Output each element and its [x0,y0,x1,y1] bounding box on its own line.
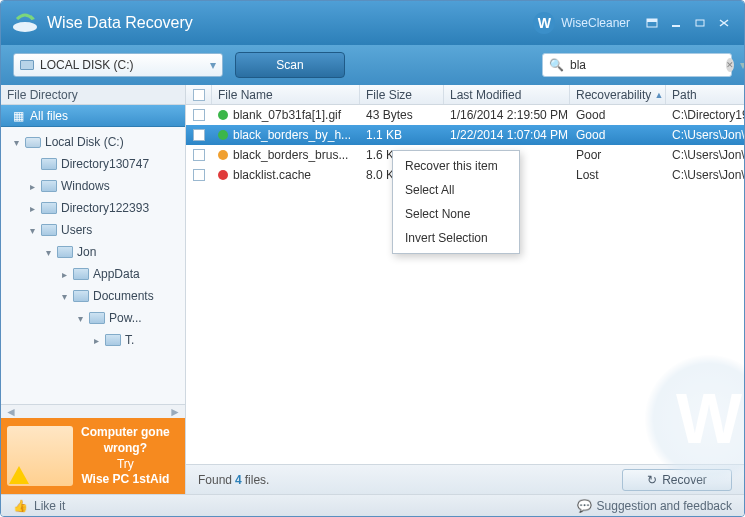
directory-tree: ▾Local Disk (C:)Directory130747▸Windows▸… [1,127,185,404]
svg-rect-4 [696,20,704,26]
row-checkbox[interactable] [193,149,205,161]
status-dot-icon [218,130,228,140]
sidebar-header: File Directory [1,85,185,105]
ctx-recover[interactable]: Recover this item [393,154,519,178]
footer-bar: 👍 Like it 💬 Suggestion and feedback [1,494,744,516]
clear-search-button[interactable]: ✕ [726,58,734,72]
search-box[interactable]: 🔍 ✕ ▾ [542,53,732,77]
search-icon: 🔍 [549,58,564,72]
folder-icon [105,334,121,346]
expand-icon[interactable]: ▸ [27,181,37,191]
col-path[interactable]: Path [666,85,744,104]
search-input[interactable] [570,58,720,72]
table-row[interactable]: blank_07b31fa[1].gif43 Bytes1/16/2014 2:… [186,105,744,125]
titlebar: Wise Data Recovery W WiseCleaner [1,1,744,45]
skin-button[interactable] [642,15,662,31]
app-title: Wise Data Recovery [47,14,533,32]
tree-node[interactable]: ▾Users [1,219,185,241]
chevron-down-icon: ▾ [210,58,216,72]
svg-rect-2 [647,19,657,22]
folder-icon [57,246,73,258]
like-link[interactable]: Like it [34,499,65,513]
scan-button[interactable]: Scan [235,52,345,78]
recover-icon: ↻ [647,473,657,487]
promo-text: Computer gone wrong? Try Wise PC 1stAid [81,425,170,487]
main-panel: File Name File Size Last Modified Recove… [186,85,744,494]
drive-select[interactable]: LOCAL DISK (C:) ▾ [13,53,223,77]
minimize-button[interactable] [666,15,686,31]
brand-label: WiseCleaner [561,16,630,30]
row-checkbox[interactable] [193,169,205,181]
folder-icon [41,158,57,170]
tree-node[interactable]: ▸Directory122393 [1,197,185,219]
col-checkbox[interactable] [186,85,212,104]
row-checkbox[interactable] [193,129,205,141]
sidebar: File Directory ▦ All files ▾Local Disk (… [1,85,186,494]
recover-button[interactable]: ↻ Recover [622,469,732,491]
ctx-select-all[interactable]: Select All [393,178,519,202]
folder-icon [41,224,57,236]
promo-image-icon [7,426,73,486]
tree-node[interactable]: ▸AppData [1,263,185,285]
col-lastmodified[interactable]: Last Modified [444,85,570,104]
context-menu: Recover this item Select All Select None… [392,150,520,254]
status-dot-icon [218,110,228,120]
expand-icon[interactable]: ▾ [75,313,85,323]
expand-icon[interactable]: ▸ [91,335,101,345]
folder-icon [73,268,89,280]
folder-icon [89,312,105,324]
expand-icon[interactable]: ▸ [27,203,37,213]
folder-icon [41,180,57,192]
tree-node[interactable]: ▸T. [1,329,185,351]
tree-node[interactable]: Directory130747 [1,153,185,175]
row-checkbox[interactable] [193,109,205,121]
expand-icon[interactable] [27,159,37,169]
tree-node[interactable]: ▾Local Disk (C:) [1,131,185,153]
file-rows: Recover this item Select All Select None… [186,105,744,464]
app-window: Wise Data Recovery W WiseCleaner LOCAL D… [0,0,745,517]
like-icon: 👍 [13,499,28,513]
tree-node[interactable]: ▾Jon [1,241,185,263]
status-bar: Found 4 files. ↻ Recover [186,464,744,494]
tree-node[interactable]: ▾Pow... [1,307,185,329]
expand-icon[interactable]: ▾ [27,225,37,235]
folder-icon [41,202,57,214]
feedback-link[interactable]: Suggestion and feedback [597,499,732,513]
expand-icon[interactable]: ▾ [11,137,21,147]
toolbar: LOCAL DISK (C:) ▾ Scan 🔍 ✕ ▾ [1,45,744,85]
brand-badge-icon: W [533,12,555,34]
tree-node[interactable]: ▸Windows [1,175,185,197]
main-body: File Directory ▦ All files ▾Local Disk (… [1,85,744,494]
table-row[interactable]: black_borders_by_h...1.1 KB1/22/2014 1:0… [186,125,744,145]
col-recoverability[interactable]: Recoverability▲ [570,85,666,104]
grid-icon: ▦ [13,109,24,123]
folder-icon [73,290,89,302]
brand-area[interactable]: W WiseCleaner [533,12,630,34]
drive-icon [20,60,34,70]
expand-icon[interactable]: ▸ [59,269,69,279]
tree-node[interactable]: ▾Documents [1,285,185,307]
expand-icon[interactable]: ▾ [59,291,69,301]
col-filesize[interactable]: File Size [360,85,444,104]
sort-asc-icon: ▲ [654,90,663,100]
status-dot-icon [218,170,228,180]
ctx-invert[interactable]: Invert Selection [393,226,519,250]
found-count: 4 [235,473,242,487]
app-logo-icon [11,13,39,33]
drive-icon [25,137,41,148]
search-chevron-icon: ▾ [740,58,745,72]
sidebar-item-allfiles[interactable]: ▦ All files [1,105,185,127]
drive-label: LOCAL DISK (C:) [40,58,134,72]
close-button[interactable] [714,15,734,31]
svg-point-0 [13,22,37,32]
promo-banner[interactable]: Computer gone wrong? Try Wise PC 1stAid [1,418,185,494]
tree-scrollbar[interactable]: ◄► [1,404,185,418]
window-controls [642,15,734,31]
col-filename[interactable]: File Name [212,85,360,104]
status-dot-icon [218,150,228,160]
maximize-button[interactable] [690,15,710,31]
chat-icon: 💬 [577,499,592,513]
ctx-select-none[interactable]: Select None [393,202,519,226]
column-headers: File Name File Size Last Modified Recove… [186,85,744,105]
expand-icon[interactable]: ▾ [43,247,53,257]
